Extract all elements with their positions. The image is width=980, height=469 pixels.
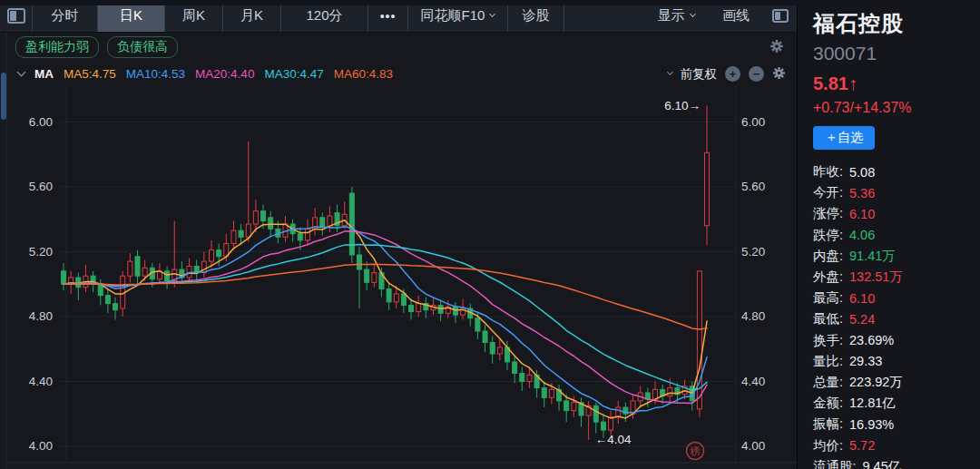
stat-label: 跌停: [813,227,843,244]
ma-indicator-bar: MA MA5:4.75MA10:4.53MA20:4.40MA30:4.47MA… [7,62,797,86]
price-annotation: ←4.04 [595,433,632,446]
stat-value: 12.81亿 [849,395,896,412]
tab-label: 诊股 [523,7,550,24]
y-axis-tick-right: 5.60 [741,180,765,193]
rank-stamp-text: 榜 [690,445,701,456]
panel-toggle-icon [7,8,25,24]
tab-label: 分时 [52,7,79,24]
tab-label: 同花顺F10 [421,7,485,24]
y-axis-tick-left: 6.00 [29,115,53,129]
ma-value-label: MA5:4.75 [64,67,116,81]
stat-label: 流通股: [813,458,857,469]
ma-line-5 [64,220,707,418]
stat-value: 29.33 [849,354,882,368]
left-strip-indicator [1,73,6,120]
titlebar-strip [0,0,799,5]
stat-label: 今开: [813,184,843,201]
y-axis-tick-right: 4.80 [741,309,765,323]
stat-value: 6.10 [849,207,875,221]
stat-row: 涨停:6.10 [813,203,980,224]
stock-code: 300071 [813,43,980,64]
stat-row: 今开:5.36 [813,182,980,203]
stat-value: 5.24 [849,312,875,327]
stat-value: 23.69% [849,333,894,347]
stat-value: 223.92万 [849,374,903,391]
stat-row: 跌停:4.06 [813,225,980,246]
grid: 6.006.005.605.605.205.204.804.804.404.40… [7,86,797,463]
diagnosis-tag[interactable]: 负债很高 [107,36,178,58]
stat-row: 均价:5.72 [813,435,980,455]
stat-row: 换手:23.69% [813,330,980,351]
stat-value: 6.10 [849,291,875,306]
stat-row: 外盘:132.51万 [813,267,980,288]
zoom-in-button[interactable]: + [725,66,740,82]
stat-row: 昨收:5.08 [813,161,980,182]
stat-row: 内盘:91.41万 [813,246,980,267]
stat-value: 5.08 [849,165,875,180]
ma-value-label: MA20:4.40 [195,67,254,81]
quote-panel: 福石控股 300071 5.81↑ +0.73/+14.37% ＋自选 昨收:5… [797,0,980,469]
left-edge-strip [0,33,7,469]
chevron-down-icon[interactable] [17,68,26,77]
kline-svg: 6.006.005.605.605.205.204.804.804.404.40… [7,86,797,469]
y-axis-tick-right: 4.00 [741,439,765,453]
y-axis-tick-left: 4.00 [29,439,53,453]
stat-label: 昨收: [813,163,843,181]
chevron-down-icon [689,11,695,17]
stat-label: 外盘: [813,269,843,286]
stat-value: 9.45亿 [863,458,902,469]
stat-label: 换手: [813,332,843,349]
stat-row: 最低:5.24 [813,308,980,329]
last-price: 5.81↑ [813,73,980,94]
stat-row: 量比:29.33 [813,351,980,372]
kline-chart[interactable]: 6.006.005.605.605.205.204.804.804.404.40… [7,86,797,469]
ma-line-20 [64,231,707,404]
diagnosis-tag[interactable]: 盈利能力弱 [15,36,99,58]
chevron-down-icon[interactable] [666,69,672,75]
stat-label: 涨停: [813,205,843,222]
ma-values: MA5:4.75MA10:4.53MA20:4.40MA30:4.47MA60:… [64,67,393,81]
stat-row: 最高:6.10 [813,288,980,308]
tab-label: 日K [120,7,142,24]
adjust-mode-label[interactable]: 前复权 [681,66,718,83]
price-annotation: 6.10→ [664,99,701,112]
y-axis-tick-left: 4.40 [29,375,53,388]
y-axis-tick-right: 5.20 [741,245,765,259]
tab-label: 120分 [306,7,342,24]
tab-label: ••• [380,9,397,24]
y-axis-tick-right: 4.40 [741,375,765,388]
ma-value-label: MA30:4.47 [264,67,323,81]
candles [62,105,710,439]
ma-line-10 [64,227,707,413]
stat-label: 量比: [813,353,843,370]
panel-toggle-icon [772,9,789,23]
ma-group-label: MA [34,67,54,81]
stat-value: 16.93% [849,417,894,432]
rank-stamp[interactable]: 榜 [685,441,704,460]
stat-row: 总量:223.92万 [813,372,980,393]
tags-host: 盈利能力弱负债很高 [15,36,178,58]
tab-label: 月K [240,7,263,24]
price-change: +0.73/+14.37% [813,100,980,116]
stat-row: 振幅:16.93% [813,414,980,435]
stat-value: 5.36 [849,186,875,200]
ma-bar-right-group: 前复权 + − [668,66,787,83]
add-watchlist-button[interactable]: ＋自选 [813,126,875,150]
stock-name: 福石控股 [813,9,980,38]
tags-settings-gear-icon[interactable] [769,39,784,57]
tab-label: 周K [182,7,205,24]
stock-app-window: 分时日K周K月K120分•••同花顺F10诊股 显示画线 盈利能力弱负债很高 M… [0,0,980,469]
stat-value: 132.51万 [849,269,903,286]
stat-label: 金额: [813,395,843,412]
y-axis-tick-right: 6.00 [741,115,765,129]
stat-label: 总量: [813,374,843,391]
tab-label: 显示 [658,7,685,24]
zoom-out-button[interactable]: − [749,66,764,82]
stat-label: 最高: [813,289,843,307]
stat-row: 金额:12.81亿 [813,393,980,414]
ma-lines [64,220,707,418]
stat-row: 流通股:9.45亿 [813,456,980,469]
stat-label: 内盘: [813,248,843,265]
stat-value: 91.41万 [849,248,896,265]
indicator-settings-gear-icon[interactable] [772,66,786,83]
